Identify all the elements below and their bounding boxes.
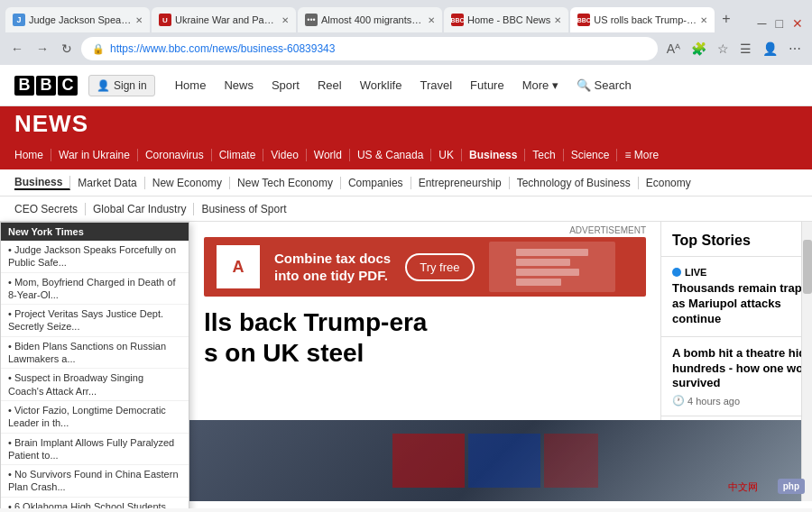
new-tab-button[interactable]: + <box>716 11 735 27</box>
tab-favicon-4: BBC <box>451 14 464 26</box>
sidebar-item-4[interactable]: Suspect in Broadway Singing Coach's Atta… <box>1 369 189 401</box>
biz-nav-new-economy[interactable]: New Economy <box>145 177 230 189</box>
sidebar-item-5[interactable]: Victor Fazio, Longtime Democratic Leader… <box>1 401 189 434</box>
sub-nav: Home War in Ukraine Coronavirus Climate … <box>0 141 812 169</box>
tab-close-2[interactable]: ✕ <box>281 15 289 25</box>
ad-label: ADVERTISEMENT <box>204 225 646 235</box>
sub-nav-science[interactable]: Science <box>564 149 618 161</box>
biz-nav-new-tech[interactable]: New Tech Economy <box>230 177 341 189</box>
tab-close-5[interactable]: ✕ <box>700 15 707 25</box>
sign-in-button[interactable]: 👤 Sign in <box>88 75 155 96</box>
business-sub-nav: Business Market Data New Economy New Tec… <box>0 169 812 197</box>
ad-banner[interactable]: A Combine tax docs into one tidy PDF. Tr… <box>204 237 646 297</box>
tab-close-3[interactable]: ✕ <box>428 15 435 25</box>
profile-button[interactable]: Aᴬ <box>663 40 684 58</box>
tab-2[interactable]: U Ukraine War and Pand... ✕ <box>152 7 296 32</box>
live-dot <box>672 268 681 277</box>
tab-3[interactable]: ••• Almost 400 migrants c... ✕ <box>298 7 442 32</box>
bbc-logo[interactable]: B B C <box>14 76 78 96</box>
user-button[interactable]: 👤 <box>759 40 781 58</box>
ad-image <box>489 242 615 292</box>
biz-nav-business[interactable]: Business <box>14 176 70 190</box>
top-nav-travel[interactable]: Travel <box>411 75 461 96</box>
ad-try-button[interactable]: Try free <box>405 253 474 281</box>
tab-close-4[interactable]: ✕ <box>554 15 561 25</box>
sub-nav-more[interactable]: ≡ More <box>617 149 666 161</box>
live-label: LIVE <box>685 267 706 278</box>
sub-nav-uk[interactable]: UK <box>431 149 462 161</box>
biz-nav-tech-of-biz[interactable]: Technology of Business <box>510 177 639 189</box>
sub-nav-home[interactable]: Home <box>14 149 51 161</box>
tab-4[interactable]: BBC Home - BBC News ✕ <box>444 7 568 32</box>
ceo-link-secrets[interactable]: CEO Secrets <box>14 203 86 215</box>
tab-label-3: Almost 400 migrants c... <box>321 14 424 25</box>
top-nav-more[interactable]: More ▾ <box>513 75 567 96</box>
ceo-link-sport[interactable]: Business of Sport <box>194 203 293 215</box>
browser-window: J Judge Jackson Speaks ... ✕ U Ukraine W… <box>0 0 812 65</box>
sidebar-item-3[interactable]: Biden Plans Sanctions on Russian Lawmake… <box>1 337 189 370</box>
top-nav-sport[interactable]: Sport <box>263 75 309 96</box>
article-image <box>189 420 801 501</box>
tab-5[interactable]: BBC US rolls back Trump-e... ✕ <box>570 7 715 32</box>
ceo-nav: CEO Secrets Global Car Industry Business… <box>0 197 812 222</box>
collections-button[interactable]: ☰ <box>736 40 755 58</box>
scrollbar[interactable] <box>801 222 812 420</box>
sidebar-item-7[interactable]: No Survivors Found in China Eastern Plan… <box>1 465 189 498</box>
story-card-2[interactable]: A bomb hit a theatre hiding hundreds - h… <box>661 337 812 417</box>
scrollbar-thumb[interactable] <box>803 240 812 294</box>
tab-label-1: Judge Jackson Speaks ... <box>29 14 132 25</box>
sub-nav-video[interactable]: Video <box>263 149 306 161</box>
story-card-1[interactable]: LIVE Thousands remain trapped as Mariupo… <box>661 257 812 337</box>
address-text: https://www.bbc.com/news/business-608393… <box>110 42 647 55</box>
chinese-watermark: 中文网 <box>728 480 758 494</box>
news-title: NEWS <box>14 110 88 138</box>
biz-nav-entrepreneurship[interactable]: Entrepreneurship <box>411 177 510 189</box>
sidebar-item-2[interactable]: Project Veritas Says Justice Dept. Secre… <box>1 305 189 337</box>
tab-favicon-5: BBC <box>577 14 590 26</box>
sub-nav-coronavirus[interactable]: Coronavirus <box>138 149 212 161</box>
sidebar-item-1[interactable]: Mom, Boyfriend Charged in Death of 8-Yea… <box>1 273 189 306</box>
biz-nav-companies[interactable]: Companies <box>341 177 411 189</box>
sub-nav-business[interactable]: Business <box>462 149 525 161</box>
menu-button[interactable]: ⋯ <box>785 40 805 58</box>
ceo-link-car[interactable]: Global Car Industry <box>86 203 194 215</box>
sidebar-item-6[interactable]: Brain Implant Allows Fully Paralyzed Pat… <box>1 434 189 466</box>
ad-img-decoration <box>516 249 588 286</box>
adobe-logo-text: A <box>233 258 245 277</box>
address-bar-row: ← → ↻ 🔒 https://www.bbc.com/news/busines… <box>0 32 812 65</box>
sub-nav-tech[interactable]: Tech <box>525 149 563 161</box>
sidebar-item-8[interactable]: 6 Oklahoma High School Students Killed i… <box>1 498 189 508</box>
sub-nav-ukraine[interactable]: War in Ukraine <box>51 149 138 161</box>
top-nav-links: Home News Sport Reel Worklife Travel Fut… <box>166 75 798 96</box>
sub-nav-climate[interactable]: Climate <box>212 149 264 161</box>
extensions-button[interactable]: 🧩 <box>687 40 710 58</box>
top-nav-home[interactable]: Home <box>166 75 216 96</box>
ad-line-2 <box>516 259 570 266</box>
main-area: New York Times Judge Jackson Speaks Forc… <box>0 222 812 420</box>
forward-button[interactable]: → <box>32 40 52 58</box>
tab-favicon-3: ••• <box>305 14 318 26</box>
tab-1[interactable]: J Judge Jackson Speaks ... ✕ <box>5 7 150 32</box>
top-nav-worklife[interactable]: Worklife <box>351 75 411 96</box>
close-window-button[interactable]: ✕ <box>789 14 807 32</box>
address-bar[interactable]: 🔒 https://www.bbc.com/news/business-6083… <box>81 37 658 60</box>
top-nav-news[interactable]: News <box>215 75 263 96</box>
tab-favicon-1: J <box>13 14 25 26</box>
sidebar-item-0[interactable]: Judge Jackson Speaks Forcefully on Publi… <box>1 241 189 273</box>
biz-nav-market[interactable]: Market Data <box>70 177 144 189</box>
tab-close-1[interactable]: ✕ <box>135 15 143 25</box>
sub-nav-us-canada[interactable]: US & Canada <box>350 149 431 161</box>
biz-nav-economy[interactable]: Economy <box>639 177 698 189</box>
top-nav-reel[interactable]: Reel <box>309 75 351 96</box>
top-nav-search[interactable]: 🔍 Search <box>567 75 641 96</box>
minimize-button[interactable]: ─ <box>754 14 770 32</box>
story-title-2: A bomb hit a theatre hiding hundreds - h… <box>672 346 812 392</box>
story-title-1: Thousands remain trapped as Mariupol att… <box>672 281 812 327</box>
sub-nav-world[interactable]: World <box>307 149 350 161</box>
favorites-button[interactable]: ☆ <box>714 40 733 58</box>
maximize-button[interactable]: □ <box>772 14 787 32</box>
back-button[interactable]: ← <box>7 40 27 58</box>
refresh-button[interactable]: ↻ <box>58 40 76 58</box>
top-nav-future[interactable]: Future <box>461 75 513 96</box>
sidebar-header: New York Times <box>1 223 189 241</box>
